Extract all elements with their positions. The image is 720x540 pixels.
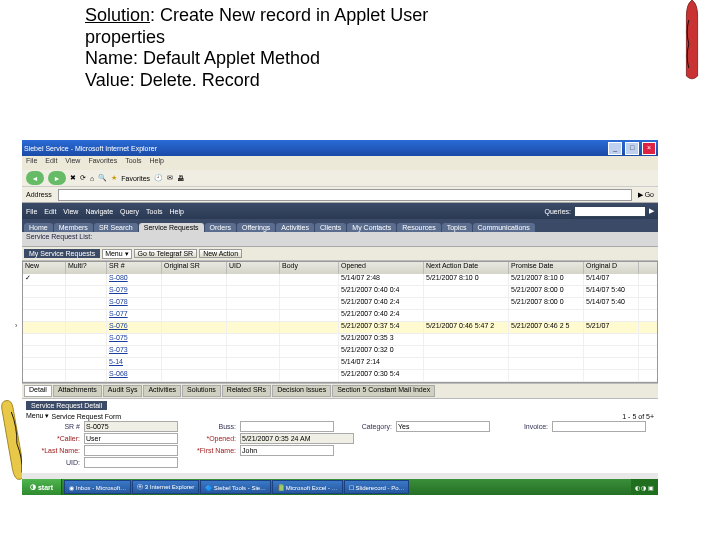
siebel-app-bar: FileEditViewNavigateQueryToolsHelp Queri… (22, 203, 658, 219)
list-header[interactable]: NewMulti?SR #Original SRUIDBodyOpenedNex… (23, 262, 657, 274)
tab-clients[interactable]: Clients (315, 223, 346, 232)
tab-activities[interactable]: Activities (276, 223, 314, 232)
tab-orders[interactable]: Orders (205, 223, 236, 232)
go-button[interactable]: ▶ Go (638, 191, 654, 199)
address-input[interactable] (58, 189, 632, 201)
table-row[interactable]: S-0795/21/2007 0:40 0:45/21/2007 8:00 05… (23, 286, 657, 298)
table-row[interactable]: S-0685/21/2007 0:30 5:4 (23, 370, 657, 382)
task-item[interactable]: ◉ Inbox - Microsoft… (64, 480, 131, 494)
table-row[interactable]: 5-145/14/07 2:14 (23, 358, 657, 370)
tab-my-contacts[interactable]: My Contacts (347, 223, 396, 232)
table-row[interactable]: ✓S-0805/14/07 2:485/21/2007 8:10 05/21/2… (23, 274, 657, 286)
task-item[interactable]: 📗 Microsoft Excel - … (272, 480, 343, 494)
invoice-field[interactable] (552, 421, 646, 432)
screen-tabs[interactable]: Home Members SR Search Service Requests … (22, 219, 658, 232)
mail-icon[interactable]: ✉ (167, 174, 173, 182)
firstname-field[interactable]: John (240, 445, 334, 456)
windows-taskbar[interactable]: ◑ start ◉ Inbox - Microsoft… ⓔ 3 Interne… (22, 479, 658, 495)
detail-tabs[interactable]: Detail Attachments Audit Sys Activities … (22, 383, 658, 399)
home-icon[interactable]: ⌂ (90, 175, 94, 182)
close-button[interactable]: × (642, 142, 656, 155)
tab-topics[interactable]: Topics (442, 223, 472, 232)
crayon-red-icon (684, 0, 700, 85)
buss-field[interactable] (240, 421, 334, 432)
stop-icon[interactable]: ✖ (70, 174, 76, 182)
sr-list: NewMulti?SR #Original SRUIDBodyOpenedNex… (22, 261, 658, 383)
back-button[interactable]: ◄ (26, 171, 44, 185)
detail-applet-select[interactable]: Service Request Form (51, 413, 161, 420)
uid-field[interactable] (84, 457, 178, 468)
sr-field: S-0075 (84, 421, 178, 432)
tab-resources[interactable]: Resources (397, 223, 440, 232)
ie-toolbar: ◄ ► ✖ ⟳ ⌂ 🔍 ★Favorites 🕘 ✉ 🖶 (22, 170, 658, 187)
lastname-field[interactable] (84, 445, 178, 456)
history-icon[interactable]: 🕘 (154, 174, 163, 182)
task-item[interactable]: ☐ Sliderecord - Po… (344, 480, 410, 494)
caller-field[interactable]: User (84, 433, 178, 444)
print-icon[interactable]: 🖶 (177, 175, 184, 182)
solution-text: Solution: Create New record in Applet Us… (85, 5, 428, 91)
maximize-button[interactable]: □ (625, 142, 639, 155)
queries-input[interactable] (574, 206, 646, 217)
tab-offerings[interactable]: Offerings (237, 223, 275, 232)
category-field[interactable]: Yes (396, 421, 490, 432)
tab-service-requests[interactable]: Service Requests (139, 223, 204, 232)
detail-menu[interactable]: Menu ▾ (26, 412, 49, 420)
tab-members[interactable]: Members (54, 223, 93, 232)
window-buttons: _ □ × (607, 142, 656, 155)
opened-field: 5/21/2007 0:35 24 AM (240, 433, 354, 444)
system-tray[interactable]: ◐ ◑ ▣ (631, 479, 658, 495)
task-item[interactable]: 🔷 Siebel Tools - Sie… (200, 480, 271, 494)
search-icon[interactable]: 🔍 (98, 174, 107, 182)
tab-home[interactable]: Home (24, 223, 53, 232)
table-row[interactable]: S-0775/21/2007 0:40 2:4 (23, 310, 657, 322)
favorites-icon[interactable]: ★ (111, 174, 117, 182)
table-row[interactable]: S-0765/21/2007 0:37 5:45/21/2007 0:46 5:… (23, 322, 657, 334)
new-action-button[interactable]: New Action (199, 249, 242, 258)
forward-button[interactable]: ► (48, 171, 66, 185)
refresh-icon[interactable]: ⟳ (80, 174, 86, 182)
task-item[interactable]: ⓔ 3 Internet Explorer (132, 480, 199, 494)
minimize-button[interactable]: _ (608, 142, 622, 155)
applet-menu[interactable]: Menu ▾ (102, 249, 131, 259)
address-bar-row: Address ▶ Go (22, 187, 658, 203)
siebel-menus[interactable]: FileEditViewNavigateQueryToolsHelp (26, 208, 191, 215)
go-icon[interactable]: ▶ (649, 207, 654, 215)
table-row[interactable]: S-0735/21/2007 0:32 0 (23, 346, 657, 358)
table-row[interactable]: S-0785/21/2007 0:40 2:45/21/2007 8:00 05… (23, 298, 657, 310)
record-count: 1 - 5 of 5+ (622, 413, 654, 420)
start-button[interactable]: ◑ start (22, 479, 62, 495)
list-applet-bar: My Service Requests Menu ▾ Go to Telegra… (22, 247, 658, 261)
view-label: Service Request List: (22, 232, 658, 247)
ie-window: Siebel Service - Microsoft Internet Expl… (22, 140, 658, 495)
tab-communications[interactable]: Communications (473, 223, 535, 232)
title-bar[interactable]: Siebel Service - Microsoft Internet Expl… (22, 140, 658, 156)
window-title: Siebel Service - Microsoft Internet Expl… (24, 145, 157, 152)
applet-title: My Service Requests (24, 249, 100, 258)
help-button[interactable]: Go to Telegraf SR (134, 249, 198, 258)
table-row[interactable]: S-0755/21/2007 0:35 3 (23, 334, 657, 346)
ie-menu-bar[interactable]: FileEditViewFavoritesToolsHelp (22, 156, 658, 170)
detail-applet: Service Request Detail Menu ▾ Service Re… (22, 399, 658, 473)
detail-title: Service Request Detail (26, 401, 107, 410)
tab-sr-search[interactable]: SR Search (94, 223, 138, 232)
